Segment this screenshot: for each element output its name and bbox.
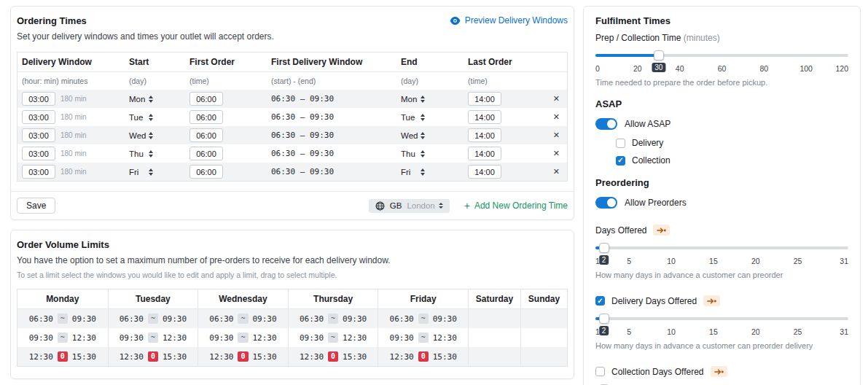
day-label: Fri bbox=[129, 168, 149, 176]
end-day-select[interactable]: Wed bbox=[401, 131, 425, 140]
window-cell[interactable]: 09:30~12:30 bbox=[288, 328, 378, 347]
sort-up-arrow bbox=[149, 96, 153, 98]
start-day-select[interactable]: Mon bbox=[129, 95, 153, 104]
limits-row: 06:30~09:3006:30~09:3006:30~09:3006:30~0… bbox=[17, 309, 567, 328]
asap-collection-checkbox[interactable] bbox=[616, 156, 625, 166]
window-cell[interactable]: 06:30~09:30 bbox=[288, 309, 378, 328]
delivery-window-cell: 180 min bbox=[17, 92, 125, 106]
toggle-knob bbox=[607, 198, 616, 207]
window-cell[interactable]: 09:30~12:30 bbox=[198, 328, 288, 347]
remove-row-button[interactable]: ✕ bbox=[553, 131, 567, 140]
sort-down-arrow bbox=[421, 136, 425, 139]
slider-handle[interactable] bbox=[654, 50, 664, 61]
last-order-input[interactable] bbox=[468, 92, 501, 106]
jump-to-days-icon[interactable] bbox=[653, 225, 670, 236]
window-cell[interactable]: 12:30015:30 bbox=[17, 347, 108, 366]
ordering-times-title: Ordering Times bbox=[17, 15, 274, 26]
remove-row-button[interactable]: ✕ bbox=[553, 94, 567, 104]
first-order-input[interactable] bbox=[189, 92, 223, 106]
window-cell[interactable]: 06:30~09:30 bbox=[198, 309, 288, 328]
ordering-times-panel: Ordering Times Set your delivery windows… bbox=[10, 6, 574, 220]
end-day-select[interactable]: Tue bbox=[401, 113, 425, 122]
allow-asap-toggle[interactable] bbox=[595, 118, 617, 130]
window-cell[interactable]: 06:30~09:30 bbox=[108, 309, 198, 328]
slider-handle[interactable] bbox=[599, 243, 609, 253]
sort-down-arrow bbox=[421, 100, 425, 103]
end-day-select[interactable]: Mon bbox=[401, 95, 425, 104]
delivery-days-checkbox[interactable] bbox=[595, 296, 605, 306]
start-day-select[interactable]: Thu bbox=[129, 149, 153, 158]
jump-to-delivery-days-icon[interactable] bbox=[703, 295, 720, 306]
column-header: First Order bbox=[185, 57, 267, 67]
slider-tick: 5 bbox=[627, 327, 631, 336]
ordering-times-save-button[interactable]: Save bbox=[17, 198, 55, 214]
window-end-time: 12:30 bbox=[253, 333, 277, 343]
column-subheader: (time) bbox=[185, 77, 267, 85]
last-order-input[interactable] bbox=[468, 128, 501, 142]
day-label: Wed bbox=[129, 131, 149, 140]
days-offered-slider[interactable] bbox=[595, 243, 848, 253]
asap-collection-label: Collection bbox=[632, 155, 670, 166]
collection-days-checkbox[interactable] bbox=[595, 367, 605, 376]
first-order-cell bbox=[185, 147, 267, 160]
window-cell[interactable]: 09:30~12:30 bbox=[378, 328, 468, 347]
ordering-times-footer-right: GB London + Add New Ordering Time bbox=[369, 199, 568, 213]
last-order-input[interactable] bbox=[468, 165, 501, 179]
delivery-window-input[interactable] bbox=[22, 110, 55, 124]
slider-handle[interactable] bbox=[599, 314, 609, 324]
first-delivery-window-cell: 06:30 – 09:30 bbox=[267, 112, 396, 122]
window-end-time: 09:30 bbox=[343, 314, 367, 324]
delivery-window-input[interactable] bbox=[22, 128, 55, 142]
prep-time-slider[interactable] bbox=[595, 50, 848, 61]
first-order-input[interactable] bbox=[189, 165, 223, 179]
remove-row-button[interactable]: ✕ bbox=[553, 112, 567, 122]
end-day-cell: Thu bbox=[396, 149, 464, 158]
first-order-cell bbox=[185, 92, 267, 106]
delivery-window-input[interactable] bbox=[22, 165, 55, 179]
window-end-time: 15:30 bbox=[343, 352, 367, 362]
add-ordering-time-link[interactable]: + Add New Ordering Time bbox=[464, 201, 568, 211]
first-order-input[interactable] bbox=[189, 128, 223, 142]
first-order-input[interactable] bbox=[189, 110, 223, 124]
remove-row-button[interactable]: ✕ bbox=[553, 149, 567, 158]
start-day-select[interactable]: Tue bbox=[129, 113, 153, 122]
slider-track[interactable] bbox=[595, 54, 848, 57]
last-order-input[interactable] bbox=[468, 147, 501, 160]
remove-row-button[interactable]: ✕ bbox=[553, 167, 567, 176]
window-cell[interactable]: 06:30~09:30 bbox=[17, 309, 108, 328]
window-cell[interactable]: 09:30~12:30 bbox=[108, 328, 198, 347]
window-cell[interactable]: 12:30015:30 bbox=[378, 347, 468, 366]
slider-tick: 15 bbox=[709, 327, 718, 336]
first-order-input[interactable] bbox=[189, 147, 223, 160]
slider-track[interactable] bbox=[595, 246, 848, 249]
window-start-time: 09:30 bbox=[390, 333, 414, 343]
slider-tick-badge: 2 bbox=[599, 255, 609, 265]
fulfilment-panel: Fulfilment Times Prep / Collection Time … bbox=[583, 6, 861, 385]
start-day-cell: Fri bbox=[125, 168, 185, 176]
start-day-select[interactable]: Wed bbox=[129, 131, 153, 140]
end-day-select[interactable]: Fri bbox=[401, 168, 425, 176]
window-cell[interactable]: 06:30~09:30 bbox=[378, 309, 468, 328]
day-label: Tue bbox=[401, 113, 421, 122]
slider-track[interactable] bbox=[595, 317, 848, 320]
delivery-window-input[interactable] bbox=[22, 147, 55, 160]
start-day-select[interactable]: Fri bbox=[129, 168, 153, 176]
window-cell[interactable]: 12:30015:30 bbox=[198, 347, 288, 366]
day-column-header: Wednesday bbox=[198, 289, 288, 308]
allow-preorders-toggle[interactable] bbox=[595, 197, 617, 209]
preview-delivery-windows-link[interactable]: Preview Delivery Windows bbox=[450, 15, 568, 26]
days-offered-row: Days Offered bbox=[595, 225, 848, 236]
window-start-time: 09:30 bbox=[120, 333, 144, 343]
region-city-select[interactable]: London bbox=[407, 201, 442, 210]
end-day-select[interactable]: Thu bbox=[401, 149, 425, 158]
window-cell[interactable]: 09:30~12:30 bbox=[17, 328, 108, 347]
window-separator-badge: ~ bbox=[418, 332, 429, 343]
window-cell[interactable]: 12:30015:30 bbox=[288, 347, 378, 366]
delivery-days-slider[interactable] bbox=[595, 314, 848, 324]
region-selector[interactable]: GB London bbox=[369, 199, 450, 213]
window-cell[interactable]: 12:30015:30 bbox=[108, 347, 198, 366]
last-order-input[interactable] bbox=[468, 110, 501, 124]
delivery-window-input[interactable] bbox=[22, 92, 55, 106]
jump-to-collection-days-icon[interactable] bbox=[711, 366, 727, 377]
asap-delivery-checkbox[interactable] bbox=[616, 139, 625, 148]
